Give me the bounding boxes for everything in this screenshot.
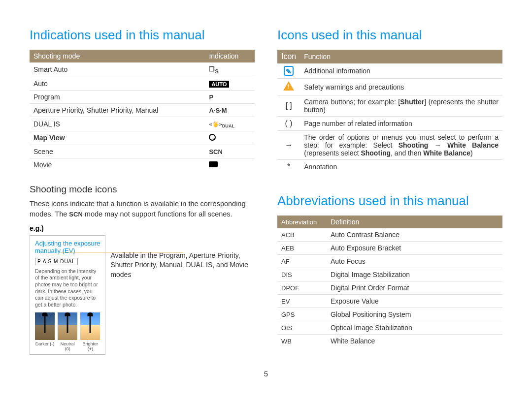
abbreviations-table: Abbreviation Definition ACBAuto Contrast… xyxy=(277,216,502,347)
function-cell: Page number of related information xyxy=(300,117,502,131)
table-row: DPOFDigital Print Order Format xyxy=(277,281,502,295)
symbol-icon: * xyxy=(287,162,290,171)
example-thumb: Neutral (0) xyxy=(58,312,77,351)
info-icon: ✎ xyxy=(284,66,294,76)
table-row: Map View xyxy=(30,131,255,145)
table-row: AFAuto Focus xyxy=(277,255,502,268)
abbr-cell: DPOF xyxy=(277,281,327,295)
indications-heading: Indications used in this manual xyxy=(30,28,255,43)
table-row: GPSGlobal Positioning System xyxy=(277,308,502,321)
thumb-image xyxy=(58,312,77,340)
abbr-cell: GPS xyxy=(277,308,327,321)
abbr-cell: AEB xyxy=(277,242,327,255)
th-abbr: Abbreviation xyxy=(277,216,327,228)
indication-cell xyxy=(205,158,255,171)
abbr-cell: ACB xyxy=(277,228,327,242)
shooting-mode-icons-heading: Shooting mode icons xyxy=(30,184,255,195)
mode-cell: Program xyxy=(30,90,205,103)
thumb-label: Brighter (+) xyxy=(80,341,100,351)
definition-cell: Auto Contrast Balance xyxy=(327,228,502,242)
example-wrap: Adjusting the exposure manually (EV) P A… xyxy=(30,235,255,355)
table-row: AEBAuto Exposure Bracket xyxy=(277,242,502,255)
abbr-cell: EV xyxy=(277,295,327,308)
function-cell: Camera buttons; for example: [Shutter] (… xyxy=(300,95,502,117)
eg-label: e.g.) xyxy=(30,224,255,232)
th-indication: Indication xyxy=(205,50,255,62)
th-definition: Definition xyxy=(327,216,502,228)
indications-table: Shooting mode Indication Smart Auto❒SAut… xyxy=(30,50,255,171)
table-row: [ ]Camera buttons; for example: [Shutter… xyxy=(277,95,502,117)
mode-strip: P A S M DUAL xyxy=(35,258,78,265)
example-body: Depending on the intensity of the ambien… xyxy=(35,268,100,308)
definition-cell: Optical Image Stabilization xyxy=(327,321,502,335)
table-row: ACBAuto Contrast Balance xyxy=(277,228,502,242)
icons-heading: Icons used in this manual xyxy=(277,28,502,43)
mode-cell: Auto xyxy=(30,77,205,90)
definition-cell: Digital Print Order Format xyxy=(327,281,502,295)
page-number: 5 xyxy=(0,370,532,388)
table-row: Movie xyxy=(30,158,255,171)
callout-line xyxy=(60,252,183,252)
scn-inline-icon: SCN xyxy=(69,211,82,218)
function-cell: Safety warnings and precautions xyxy=(300,79,502,95)
example-thumb: Brighter (+) xyxy=(80,312,100,351)
function-cell: Additional information xyxy=(300,63,502,79)
mode-cell: Movie xyxy=(30,158,205,171)
shooting-mode-desc: These icons indicate that a function is … xyxy=(30,199,255,219)
icon-cell: → xyxy=(277,131,300,160)
function-cell: Annotation xyxy=(300,160,502,174)
th-function: Function xyxy=(300,50,502,63)
definition-cell: White Balance xyxy=(327,335,502,348)
thumb-image xyxy=(80,312,100,340)
icon-cell: [ ] xyxy=(277,95,300,117)
definition-cell: Global Positioning System xyxy=(327,308,502,321)
indication-cell: SCN xyxy=(205,145,255,158)
mode-icon: P xyxy=(209,93,213,101)
mode-icon: SCN xyxy=(209,148,222,155)
warning-icon xyxy=(283,81,294,91)
thumb-label: Darker (-) xyxy=(35,341,55,346)
mode-icon: A·S·M xyxy=(209,107,227,114)
table-row: WBWhite Balance xyxy=(277,335,502,348)
abbr-cell: DIS xyxy=(277,268,327,281)
table-row: EVExposure Value xyxy=(277,295,502,308)
desc-post: mode may not support functions for all s… xyxy=(85,210,233,218)
table-row: DISDigital Image Stabilization xyxy=(277,268,502,281)
icon-cell: * xyxy=(277,160,300,174)
mode-cell: Smart Auto xyxy=(30,62,205,77)
abbr-cell: AF xyxy=(277,255,327,268)
right-column: Icons used in this manual Icon Function … xyxy=(277,28,502,355)
table-row: Aperture Priority, Shutter Priority, Man… xyxy=(30,103,255,117)
table-row: DUAL IS«🖐»DUAL xyxy=(30,117,255,131)
th-mode: Shooting mode xyxy=(30,50,205,62)
abbr-cell: OIS xyxy=(277,321,327,335)
table-row: ✎Additional information xyxy=(277,63,502,79)
thumb-image xyxy=(35,312,55,340)
indication-cell: P xyxy=(205,90,255,103)
indication-cell: A·S·M xyxy=(205,103,255,117)
definition-cell: Auto Focus xyxy=(327,255,502,268)
definition-cell: Digital Image Stabilization xyxy=(327,268,502,281)
table-row: OISOptical Image Stabilization xyxy=(277,321,502,335)
mode-cell: Aperture Priority, Shutter Priority, Man… xyxy=(30,103,205,117)
symbol-icon: ( ) xyxy=(285,119,293,127)
table-row: AutoAUTO xyxy=(30,77,255,90)
map-pin-icon xyxy=(209,134,216,141)
smart-auto-icon: ❒S xyxy=(209,65,218,73)
example-thumbs: Darker (-)Neutral (0)Brighter (+) xyxy=(35,312,100,351)
indication-cell: AUTO xyxy=(205,77,255,90)
definition-cell: Auto Exposure Bracket xyxy=(327,242,502,255)
abbr-cell: WB xyxy=(277,335,327,348)
icon-cell: ✎ xyxy=(277,63,300,79)
table-row: Safety warnings and precautions xyxy=(277,79,502,95)
dual-is-icon: «🖐»DUAL xyxy=(209,121,234,127)
indication-cell xyxy=(205,131,255,145)
table-row: ( )Page number of related information xyxy=(277,117,502,131)
symbol-icon: [ ] xyxy=(285,101,292,110)
mode-cell: DUAL IS xyxy=(30,117,205,131)
example-thumb: Darker (-) xyxy=(35,312,55,351)
table-row: Smart Auto❒S xyxy=(30,62,255,77)
definition-cell: Exposure Value xyxy=(327,295,502,308)
auto-icon: AUTO xyxy=(209,81,229,88)
icon-cell: ( ) xyxy=(277,117,300,131)
